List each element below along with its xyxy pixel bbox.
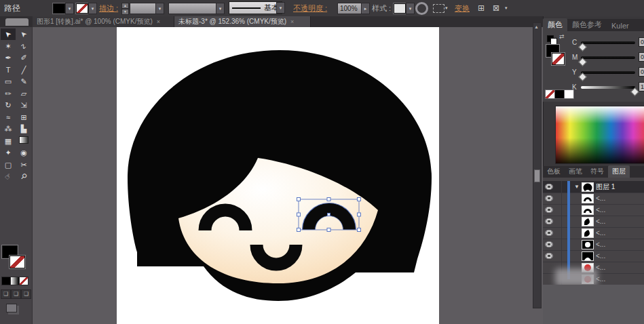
width-profile-field[interactable] [168,3,217,14]
disclosure-triangle-icon[interactable]: ▼ [574,184,580,190]
paintbrush-tool[interactable]: ✎ [16,76,31,87]
direct-selection-tool[interactable]: ➤ [16,28,31,40]
draw-behind-button[interactable]: ❏ [11,289,21,299]
black-swatch[interactable] [554,89,565,99]
visibility-eye-icon[interactable] [545,253,553,259]
draw-normal-button[interactable]: ❏ [1,289,11,299]
layer-thumbnail[interactable] [582,205,594,215]
layer-row[interactable]: <... [543,227,644,239]
visibility-eye-icon[interactable] [545,195,553,201]
stroke-style-combo[interactable]: 基本 [229,1,282,14]
type-tool[interactable]: T [1,64,16,76]
zoom-tool[interactable]: ⚲ [16,171,31,182]
opacity-dropdown[interactable]: ▸ [361,3,370,14]
scale-tool[interactable]: ⇲ [16,100,31,111]
document-tab-1[interactable]: 图形1 [转换].ai* @ 100% (CMYK/预览) × [33,16,174,27]
layer-thumbnail[interactable] [582,228,594,238]
align-icon[interactable]: ⊞ [478,0,485,16]
screen-mode-button[interactable] [6,304,17,312]
visibility-eye-icon[interactable] [545,207,553,213]
cyan-slider-track[interactable] [581,41,635,44]
close-icon[interactable]: × [157,16,160,27]
toolbar-dock-grip[interactable] [5,18,29,26]
stroke-weight-field[interactable] [130,3,157,14]
close-icon[interactable]: × [290,16,294,27]
eyedropper-tool[interactable]: ✦ [1,147,16,159]
pencil-tool[interactable]: ✏ [1,88,16,100]
pen-tool[interactable]: ✒ [1,52,16,64]
white-swatch[interactable] [564,89,574,99]
slice-tool[interactable]: ✂ [16,159,31,171]
tab-color-guide[interactable]: 颜色参考 [567,18,607,31]
yellow-slider-handle[interactable] [578,73,587,81]
tab-brushes[interactable]: 画笔 [565,165,586,178]
girl-face-artwork[interactable] [117,27,439,324]
column-graph-tool[interactable]: ▙ [16,123,31,135]
width-tool[interactable]: ≈ [1,112,16,123]
document-setup-dropdown[interactable]: ▾ [445,0,448,16]
transform-link[interactable]: 变换 [455,0,470,16]
symbol-sprayer-tool[interactable]: ⁂ [1,123,16,135]
layer-row[interactable]: <... [543,193,644,205]
layer-label[interactable]: <... [596,204,605,216]
stroke-proxy-swatch[interactable] [10,256,25,268]
rotate-tool[interactable]: ↻ [1,100,16,111]
fill-color-well[interactable] [53,3,65,14]
layer-thumbnail[interactable] [582,251,594,261]
visibility-eye-icon[interactable] [545,230,553,236]
stroke-color-dropdown[interactable]: ▾ [88,3,97,14]
style-dropdown[interactable]: ▾ [406,3,415,14]
yellow-slider-track[interactable] [581,71,635,74]
color-spectrum-ramp[interactable] [555,106,644,164]
layer-label[interactable]: <... [596,273,605,285]
opacity-link[interactable]: 不透明度 : [293,0,327,16]
cyan-value-field[interactable]: 0 [639,37,644,47]
layer-thumbnail[interactable] [582,240,594,249]
layer-thumbnail[interactable] [582,194,594,203]
visibility-eye-icon[interactable] [545,241,553,247]
layer-label[interactable]: <... [596,216,605,227]
stroke-weight-dropdown[interactable]: ▾ [155,3,164,14]
layer-label[interactable]: <... [596,250,605,262]
layer-thumbnail[interactable] [582,217,594,226]
stroke-weight-stepper[interactable]: ▲▼ [121,3,129,14]
scroll-up-arrow[interactable]: ▲ [534,24,539,29]
tab-kuler[interactable]: Kuler [607,20,634,31]
document-setup-icon[interactable] [433,4,444,13]
layer-row[interactable]: ▼图层 1 [543,181,644,193]
distribute-icon[interactable]: ⊠ [493,0,499,16]
draw-inside-button[interactable]: ❏ [21,289,31,299]
layer-row[interactable]: <... [543,239,644,251]
line-segment-tool[interactable]: ╱ [16,64,31,76]
tab-layers[interactable]: 图层 [608,165,630,178]
tab-swatches[interactable]: 色板 [543,165,565,178]
layer-label[interactable]: <... [596,227,605,239]
black-value-field[interactable]: 100 [639,82,644,92]
layer-row[interactable]: <... [543,250,644,262]
style-swatch[interactable] [394,3,406,14]
eraser-tool[interactable]: ▱ [16,88,31,100]
cyan-slider-handle[interactable] [578,43,587,52]
visibility-eye-icon[interactable] [545,184,553,190]
layer-thumbnail[interactable] [582,182,594,192]
fill-color-dropdown[interactable]: ▾ [65,3,74,14]
rectangle-tool[interactable]: ▭ [1,76,16,87]
layer-label[interactable]: <... [596,193,605,204]
scrollbar-thumb[interactable] [534,169,540,182]
lasso-tool[interactable]: ∿ [16,41,31,52]
layer-row[interactable]: <... [543,204,644,216]
none-swatch[interactable] [545,89,555,99]
magenta-slider-track[interactable] [581,56,635,59]
gradient-tool[interactable] [16,136,31,147]
document-tab-2[interactable]: 未标题-3* @ 152.36% (CMYK/预览) × [174,16,311,27]
layer-row[interactable]: <... [543,216,644,228]
mesh-tool[interactable]: ▦ [1,136,16,147]
black-slider-handle[interactable] [630,87,639,96]
stroke-link[interactable]: 描边 : [99,0,118,16]
color-mode-button[interactable] [1,277,11,285]
layer-label[interactable]: <... [596,262,605,273]
blend-tool[interactable]: ◉ [16,147,31,159]
free-transform-tool[interactable]: ⊞ [16,112,31,123]
magenta-value-field[interactable]: 0 [639,52,644,62]
magenta-slider-handle[interactable] [578,58,587,66]
